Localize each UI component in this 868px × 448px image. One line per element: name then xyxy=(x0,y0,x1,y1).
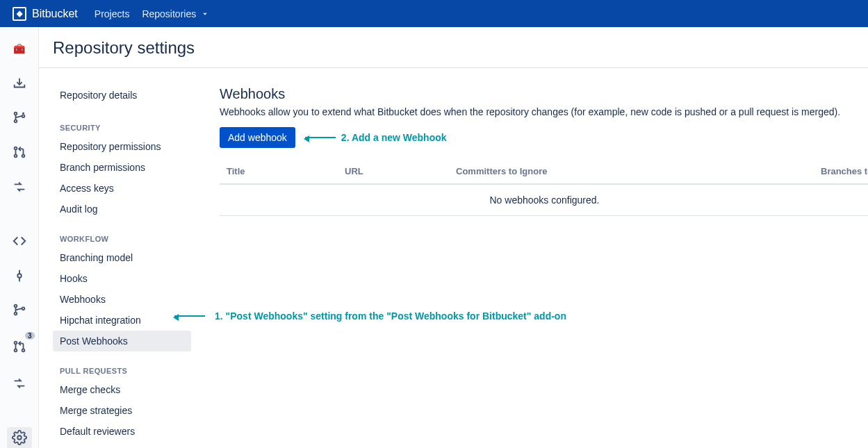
col-title: Title xyxy=(227,166,345,176)
sidebar-section-pull-requests: PULL REQUESTS xyxy=(60,367,195,375)
sidebar-item-post-webhooks[interactable]: Post Webhooks xyxy=(53,331,191,351)
svg-point-2 xyxy=(22,115,24,118)
page-header: Repository settings xyxy=(39,27,868,68)
nav-repositories-label: Repositories xyxy=(142,8,196,19)
clone-icon[interactable] xyxy=(7,73,32,94)
source-icon[interactable] xyxy=(7,231,32,251)
pr-count-badge: 3 xyxy=(25,332,35,340)
icon-rail: 🧰 3 xyxy=(0,27,39,448)
sidebar-section-workflow: WORKFLOW xyxy=(60,235,195,243)
create-branch-icon[interactable] xyxy=(7,108,32,128)
svg-point-11 xyxy=(14,349,17,352)
svg-point-4 xyxy=(14,155,17,158)
svg-point-12 xyxy=(22,349,24,352)
chevron-down-icon xyxy=(200,9,210,19)
webhook-empty-state: No webhooks configured. xyxy=(220,185,868,216)
col-url: URL xyxy=(345,166,456,176)
sidebar-item-audit-log[interactable]: Audit log xyxy=(53,199,191,219)
arrow-left-icon xyxy=(305,137,336,138)
commits-icon[interactable] xyxy=(7,265,32,286)
sidebar-item-branching-model[interactable]: Branching model xyxy=(53,247,191,268)
sidebar-item-hooks[interactable]: Hooks xyxy=(53,268,191,289)
sidebar-section-security: SECURITY xyxy=(60,124,195,132)
arrow-left-icon xyxy=(174,315,205,317)
sidebar-item-merge-strategies[interactable]: Merge strategies xyxy=(53,400,191,421)
webhook-table-header: Title URL Committers to Ignore Branches … xyxy=(220,148,868,185)
repo-avatar[interactable]: 🧰 xyxy=(7,38,32,59)
col-branches: Branches to xyxy=(821,166,868,176)
svg-point-7 xyxy=(14,305,17,308)
brand-name: Bitbucket xyxy=(32,8,78,20)
settings-sidebar: Repository details SECURITY Repository p… xyxy=(39,68,195,448)
compare-icon[interactable] xyxy=(7,176,32,197)
svg-point-6 xyxy=(17,274,22,278)
forks-icon[interactable] xyxy=(7,373,32,394)
create-pr-icon[interactable] xyxy=(7,142,32,163)
sidebar-item-webhooks[interactable]: Webhooks xyxy=(53,289,191,310)
svg-point-1 xyxy=(14,120,17,123)
nav-repositories[interactable]: Repositories xyxy=(142,8,210,19)
svg-point-3 xyxy=(14,147,17,150)
svg-point-13 xyxy=(17,435,22,440)
sidebar-item-repo-details[interactable]: Repository details xyxy=(53,85,191,106)
panel-description: Webhooks allow you to extend what Bitbuc… xyxy=(220,106,868,117)
add-webhook-button[interactable]: Add webhook xyxy=(220,127,295,148)
annotation-1: 1. "Post Webhooks" setting from the "Pos… xyxy=(174,310,566,322)
branches-icon[interactable] xyxy=(7,300,32,321)
top-nav: ◆ Bitbucket Projects Repositories xyxy=(0,0,868,27)
sidebar-item-branch-permissions[interactable]: Branch permissions xyxy=(53,157,191,178)
annotation-2-text: 2. Add a new Webhook xyxy=(341,132,447,143)
sidebar-item-default-reviewers[interactable]: Default reviewers xyxy=(53,421,191,442)
annotation-2: 2. Add a new Webhook xyxy=(295,132,447,143)
nav-projects[interactable]: Projects xyxy=(95,8,130,19)
content-panel: Webhooks Webhooks allow you to extend wh… xyxy=(195,68,868,448)
sidebar-item-merge-checks[interactable]: Merge checks xyxy=(53,379,191,400)
svg-point-5 xyxy=(22,155,24,158)
annotation-1-text: 1. "Post Webhooks" setting from the "Pos… xyxy=(215,310,566,322)
sidebar-item-repo-permissions[interactable]: Repository permissions xyxy=(53,136,191,157)
page-title: Repository settings xyxy=(53,38,854,58)
svg-point-9 xyxy=(22,308,24,310)
settings-icon[interactable] xyxy=(7,427,32,448)
svg-point-10 xyxy=(14,342,17,345)
sidebar-item-access-keys[interactable]: Access keys xyxy=(53,178,191,199)
svg-point-0 xyxy=(14,113,17,115)
panel-title: Webhooks xyxy=(220,86,868,102)
svg-point-8 xyxy=(14,313,17,315)
bitbucket-logo-icon: ◆ xyxy=(13,7,26,21)
col-committers: Committers to Ignore xyxy=(456,166,821,176)
